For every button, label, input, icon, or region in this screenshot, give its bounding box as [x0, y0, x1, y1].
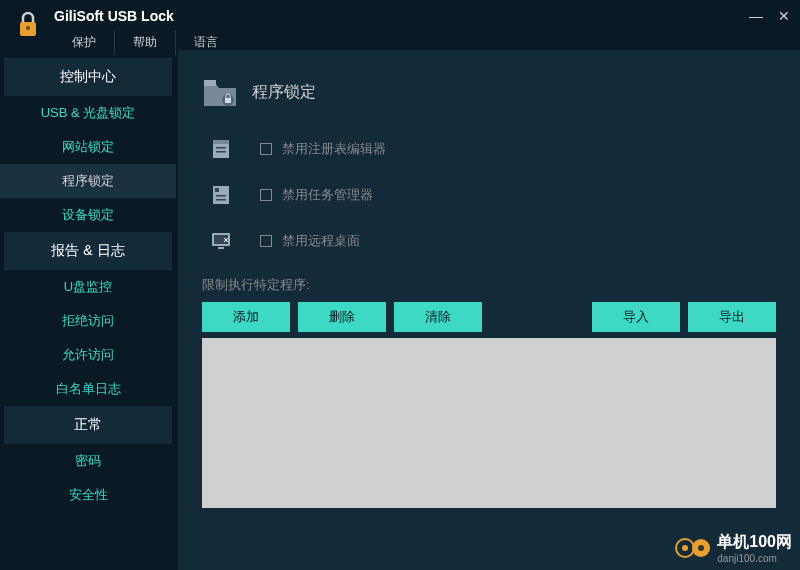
option-checkbox[interactable] — [260, 235, 272, 247]
titlebar: GiliSoft USB Lock 保护 帮助 语言 — ✕ — [0, 0, 800, 50]
import-button[interactable]: 导入 — [592, 302, 680, 332]
minimize-button[interactable]: — — [748, 8, 764, 24]
menu-language[interactable]: 语言 — [176, 30, 236, 55]
sidebar-item[interactable]: 设备锁定 — [0, 198, 176, 232]
svg-point-19 — [698, 545, 704, 551]
page-title: 程序锁定 — [252, 82, 316, 103]
option-label: 禁用任务管理器 — [282, 186, 373, 204]
option-label: 禁用远程桌面 — [282, 232, 360, 250]
sidebar-item[interactable]: 白名单日志 — [0, 372, 176, 406]
watermark-url: danji100.com — [717, 553, 792, 564]
sidebar-item[interactable]: 密码 — [0, 444, 176, 478]
sidebar-item[interactable]: 安全性 — [0, 478, 176, 512]
sidebar-item[interactable]: 网站锁定 — [0, 130, 176, 164]
sidebar-header: 正常 — [4, 406, 172, 444]
sidebar-item[interactable]: 拒绝访问 — [0, 304, 176, 338]
watermark-title: 单机100网 — [717, 532, 792, 553]
content-area: 程序锁定 禁用注册表编辑器 禁用任务管理器 禁用远程桌面 限制执行特定程序: 添… — [176, 50, 800, 570]
svg-rect-15 — [218, 247, 224, 249]
clear-button[interactable]: 清除 — [394, 302, 482, 332]
sidebar-item[interactable]: U盘监控 — [0, 270, 176, 304]
registry-icon — [210, 138, 232, 160]
sidebar-item[interactable]: 程序锁定 — [0, 164, 176, 198]
add-button[interactable]: 添加 — [202, 302, 290, 332]
svg-rect-2 — [204, 80, 216, 86]
option-checkbox[interactable] — [260, 189, 272, 201]
svg-rect-11 — [216, 195, 226, 197]
svg-point-17 — [682, 545, 688, 551]
app-title: GiliSoft USB Lock — [54, 8, 788, 24]
option-row: 禁用任务管理器 — [202, 184, 776, 206]
svg-rect-7 — [216, 147, 226, 149]
folder-lock-icon — [202, 74, 238, 110]
close-button[interactable]: ✕ — [776, 8, 792, 24]
svg-rect-8 — [216, 151, 226, 153]
main-menu: 保护 帮助 语言 — [54, 30, 788, 55]
option-row: 禁用注册表编辑器 — [202, 138, 776, 160]
option-checkbox[interactable] — [260, 143, 272, 155]
taskmgr-icon — [210, 184, 232, 206]
export-button[interactable]: 导出 — [688, 302, 776, 332]
menu-protect[interactable]: 保护 — [54, 30, 115, 55]
program-list[interactable] — [202, 338, 776, 508]
menu-help[interactable]: 帮助 — [115, 30, 176, 55]
sidebar-item[interactable]: USB & 光盘锁定 — [0, 96, 176, 130]
svg-rect-6 — [213, 140, 229, 144]
delete-button[interactable]: 删除 — [298, 302, 386, 332]
restrict-section-label: 限制执行特定程序: — [202, 276, 776, 294]
watermark: 单机100网 danji100.com — [675, 532, 792, 564]
option-row: 禁用远程桌面 — [202, 230, 776, 252]
svg-rect-10 — [215, 188, 219, 192]
watermark-logo-icon — [675, 536, 711, 560]
app-logo-icon — [12, 8, 44, 40]
sidebar-header: 控制中心 — [4, 58, 172, 96]
sidebar: 控制中心USB & 光盘锁定网站锁定程序锁定设备锁定报告 & 日志U盘监控拒绝访… — [0, 50, 176, 570]
remote-icon — [210, 230, 232, 252]
svg-point-1 — [26, 26, 30, 30]
sidebar-header: 报告 & 日志 — [4, 232, 172, 270]
svg-rect-4 — [225, 98, 231, 103]
option-label: 禁用注册表编辑器 — [282, 140, 386, 158]
sidebar-item[interactable]: 允许访问 — [0, 338, 176, 372]
svg-rect-12 — [216, 199, 226, 201]
